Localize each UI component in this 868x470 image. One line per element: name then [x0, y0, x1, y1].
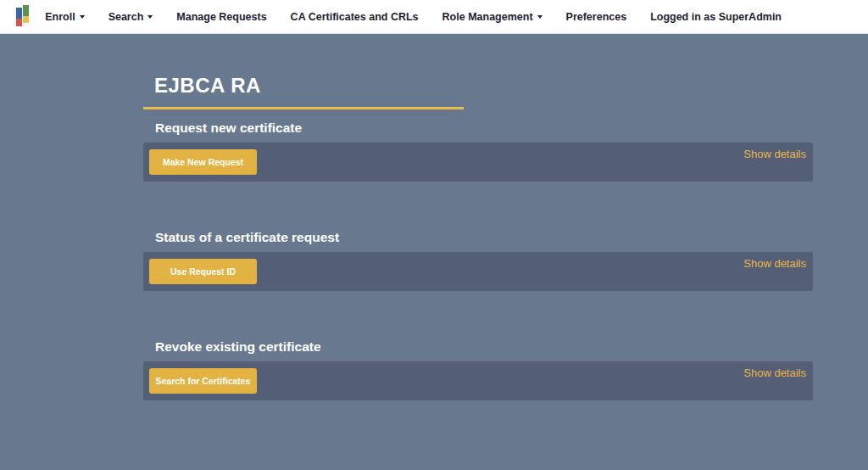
section-heading: Revoke existing certificate — [155, 339, 813, 355]
nav-item-ca-certificates-and-crls[interactable]: CA Certificates and CRLs — [279, 11, 431, 23]
request-new-certificate-panel: Make New Request Show details — [143, 143, 813, 182]
caret-down-icon — [147, 15, 153, 19]
title-underline — [143, 107, 464, 109]
section-heading: Status of a certificate request — [155, 230, 813, 245]
main-content: EJBCA RA Request new certificate Make Ne… — [143, 34, 813, 400]
logo-bar-left — [16, 8, 22, 26]
ejbca-logo-icon — [16, 5, 30, 27]
show-details-link[interactable]: Show details — [743, 148, 806, 160]
caret-down-icon — [80, 15, 85, 19]
nav-item-preferences[interactable]: Preferences — [554, 11, 639, 23]
logo-bar-right — [23, 5, 29, 23]
revoke-existing-certificate-panel: Search for Certificates Show details — [143, 361, 813, 400]
nav-item-label: Enroll — [45, 11, 75, 23]
certificate-request-status-panel: Use Request ID Show details — [143, 252, 813, 291]
section-revoke-existing-certificate: Revoke existing certificate Search for C… — [143, 339, 813, 400]
nav-item-label: Search — [108, 11, 144, 23]
page-title: EJBCA RA — [154, 73, 813, 98]
nav-item-search[interactable]: Search — [97, 11, 165, 23]
caret-down-icon — [537, 15, 542, 19]
section-heading: Request new certificate — [155, 120, 813, 136]
main-menu: Enroll Search Manage Requests CA Certifi… — [33, 0, 793, 33]
nav-item-manage-requests[interactable]: Manage Requests — [164, 11, 278, 23]
show-details-link[interactable]: Show details — [743, 366, 806, 379]
use-request-id-button[interactable]: Use Request ID — [149, 259, 257, 284]
show-details-link[interactable]: Show details — [743, 257, 806, 270]
search-for-certificates-button[interactable]: Search for Certificates — [149, 368, 257, 394]
nav-item-label: CA Certificates and CRLs — [291, 11, 419, 23]
nav-item-enroll[interactable]: Enroll — [33, 11, 96, 23]
nav-item-label: Manage Requests — [176, 11, 266, 23]
nav-item-role-management[interactable]: Role Management — [431, 11, 554, 23]
nav-item-label: Preferences — [566, 11, 627, 23]
top-navbar: Enroll Search Manage Requests CA Certifi… — [0, 0, 868, 34]
logged-in-status: Logged in as SuperAdmin — [638, 11, 793, 23]
make-new-request-button[interactable]: Make New Request — [149, 149, 257, 175]
section-request-new-certificate: Request new certificate Make New Request… — [143, 120, 813, 182]
logged-in-status-label: Logged in as SuperAdmin — [650, 11, 782, 23]
nav-item-label: Role Management — [442, 11, 533, 23]
section-certificate-request-status: Status of a certificate request Use Requ… — [143, 230, 813, 291]
